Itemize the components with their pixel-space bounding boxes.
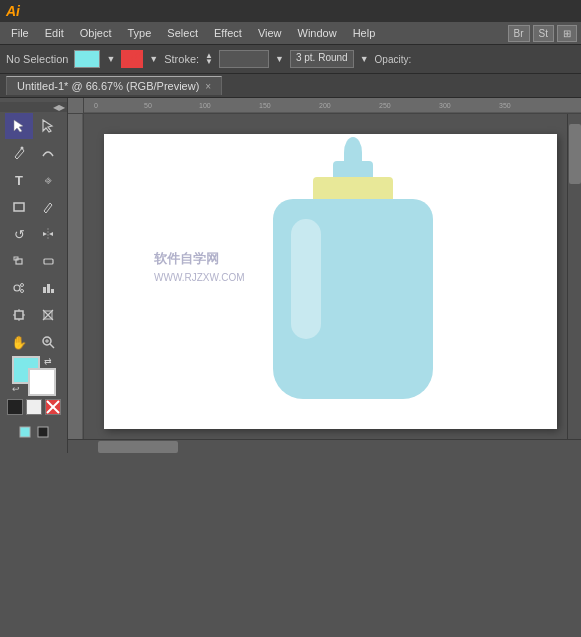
column-graph-tool[interactable] xyxy=(34,275,62,301)
svg-marker-8 xyxy=(49,232,53,236)
svg-rect-11 xyxy=(44,259,53,264)
svg-point-14 xyxy=(21,290,24,293)
svg-text:150: 150 xyxy=(259,102,271,109)
toolbar-collapse-handle[interactable]: ◀▶ xyxy=(0,102,67,112)
svg-rect-17 xyxy=(51,289,54,293)
canvas-tab-close[interactable]: × xyxy=(205,81,211,92)
stroke-brush-dropdown[interactable]: ▼ xyxy=(149,54,158,64)
background-swatch[interactable] xyxy=(28,368,56,396)
pencil-tool[interactable] xyxy=(34,194,62,220)
svg-rect-30 xyxy=(20,427,30,437)
svg-marker-2 xyxy=(14,120,23,132)
menu-edit[interactable]: Edit xyxy=(38,25,71,41)
fg-bg-swatches: ⇄ ↩ xyxy=(12,356,56,396)
reset-colors-icon[interactable]: ↩ xyxy=(12,384,24,396)
slice-tool[interactable] xyxy=(34,302,62,328)
blend-tool[interactable] xyxy=(12,421,56,443)
bottle-nipple-tip xyxy=(344,137,362,163)
tool-row-3: T ⎆ xyxy=(0,167,67,193)
tool-row-2 xyxy=(0,140,67,166)
curvature-tool[interactable] xyxy=(34,140,62,166)
svg-rect-15 xyxy=(43,287,46,293)
selection-label: No Selection xyxy=(6,53,68,65)
zoom-tool[interactable] xyxy=(34,329,62,355)
watermark: 软件自学网 WWW.RJZXW.COM xyxy=(154,248,245,285)
type-tool[interactable]: T xyxy=(5,167,33,193)
reflect-tool[interactable] xyxy=(34,221,62,247)
tool-row-1 xyxy=(0,113,67,139)
tool-row-9: ✋ xyxy=(0,329,67,355)
svg-rect-16 xyxy=(47,284,50,293)
menu-type[interactable]: Type xyxy=(121,25,159,41)
svg-rect-5 xyxy=(14,203,24,211)
pen-tool[interactable] xyxy=(5,140,33,166)
rectangle-tool[interactable] xyxy=(5,194,33,220)
horizontal-scrollbar-thumb[interactable] xyxy=(98,441,178,453)
symbol-sprayer-tool[interactable] xyxy=(5,275,33,301)
svg-marker-3 xyxy=(43,120,52,132)
menu-select[interactable]: Select xyxy=(160,25,205,41)
stroke-spinners[interactable]: ▲ ▼ xyxy=(205,53,213,65)
canvas-right: 0 50 100 150 200 250 300 350 xyxy=(68,98,581,453)
stroke-weight-field[interactable] xyxy=(219,50,269,68)
pt-round-dropdown[interactable]: ▼ xyxy=(360,54,369,64)
svg-text:250: 250 xyxy=(379,102,391,109)
opacity-label: Opacity: xyxy=(375,54,412,65)
rotate-tool[interactable]: ↺ xyxy=(5,221,33,247)
tool-row-4 xyxy=(0,194,67,220)
artboard-tool[interactable] xyxy=(5,302,33,328)
svg-line-25 xyxy=(50,344,54,348)
menu-help[interactable]: Help xyxy=(346,25,383,41)
bottle-body xyxy=(273,199,433,399)
canvas-tab: Untitled-1* @ 66.67% (RGB/Preview) × xyxy=(0,74,581,98)
canvas-tab-label[interactable]: Untitled-1* @ 66.67% (RGB/Preview) × xyxy=(6,76,222,95)
right-scrollbar[interactable] xyxy=(567,114,581,439)
canvas-tab-title: Untitled-1* @ 66.67% (RGB/Preview) xyxy=(17,80,199,92)
menu-view[interactable]: View xyxy=(251,25,289,41)
fill-color-swatch[interactable] xyxy=(74,50,100,68)
svg-text:350: 350 xyxy=(499,102,511,109)
baby-bottle xyxy=(273,137,433,427)
stock-icon[interactable]: St xyxy=(533,25,554,42)
swap-colors-icon[interactable]: ⇄ xyxy=(44,356,56,368)
menu-file[interactable]: File xyxy=(4,25,36,41)
svg-text:0: 0 xyxy=(94,102,98,109)
workspace-grid-icon[interactable]: ⊞ xyxy=(557,25,577,42)
stroke-weight-dropdown[interactable]: ▼ xyxy=(275,54,284,64)
fill-dropdown-arrow[interactable]: ▼ xyxy=(106,54,115,64)
svg-text:300: 300 xyxy=(439,102,451,109)
scale-tool[interactable] xyxy=(5,248,33,274)
canvas-main[interactable]: 软件自学网 WWW.RJZXW.COM xyxy=(84,114,567,439)
touch-type-tool[interactable]: ⎆ xyxy=(34,167,62,193)
tool-row-6 xyxy=(0,248,67,274)
eraser-tool[interactable] xyxy=(34,248,62,274)
indicator-row xyxy=(7,399,61,415)
tool-row-5: ↺ xyxy=(0,221,67,247)
svg-rect-18 xyxy=(15,311,23,319)
menu-object[interactable]: Object xyxy=(73,25,119,41)
horizontal-ruler: 0 50 100 150 200 250 300 350 xyxy=(84,98,581,114)
svg-line-0 xyxy=(124,53,140,65)
menu-window[interactable]: Window xyxy=(291,25,344,41)
pt-round-select[interactable]: 3 pt. Round xyxy=(290,50,354,68)
tool-row-8 xyxy=(0,302,67,328)
selection-tool[interactable] xyxy=(5,113,33,139)
svg-marker-7 xyxy=(43,232,47,236)
bottle-highlight xyxy=(291,219,321,339)
menu-effect[interactable]: Effect xyxy=(207,25,249,41)
vertical-scrollbar-thumb[interactable] xyxy=(569,124,581,184)
svg-point-13 xyxy=(21,284,24,287)
stroke-label: Stroke: xyxy=(164,53,199,65)
direct-selection-tool[interactable] xyxy=(34,113,62,139)
top-right-icons: Br St ⊞ xyxy=(508,25,577,42)
white-indicator[interactable] xyxy=(26,399,42,415)
svg-point-4 xyxy=(21,147,24,150)
stroke-brush-icon[interactable] xyxy=(121,50,143,68)
black-indicator[interactable] xyxy=(7,399,23,415)
red-indicator[interactable] xyxy=(45,399,61,415)
bottom-scrollbar[interactable] xyxy=(68,439,581,453)
hand-tool[interactable]: ✋ xyxy=(5,329,33,355)
bridge-icon[interactable]: Br xyxy=(508,25,530,42)
svg-text:100: 100 xyxy=(199,102,211,109)
title-bar: Ai xyxy=(0,0,581,22)
